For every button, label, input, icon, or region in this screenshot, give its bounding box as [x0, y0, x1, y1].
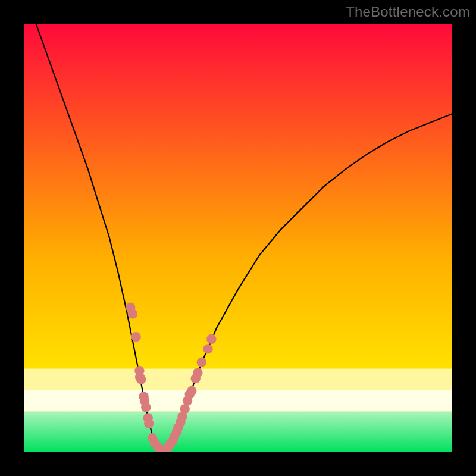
- off-white-band: [24, 390, 452, 412]
- scatter-dot: [136, 374, 146, 384]
- watermark-text: TheBottleneck.com: [346, 4, 470, 20]
- plot-area: [24, 24, 452, 452]
- scatter-dot: [141, 402, 151, 412]
- bottleneck-chart: [24, 24, 452, 452]
- scatter-dot: [144, 419, 154, 428]
- scatter-dot: [197, 358, 206, 367]
- scatter-dot: [187, 386, 196, 396]
- scatter-dot: [206, 334, 216, 344]
- pale-yellow-band: [24, 369, 452, 390]
- green-band: [24, 412, 452, 452]
- scatter-dot: [203, 344, 212, 353]
- scatter-dot: [193, 368, 202, 378]
- scatter-dot: [131, 332, 140, 342]
- chart-frame: TheBottleneck.com: [0, 0, 476, 476]
- scatter-dot: [128, 309, 137, 318]
